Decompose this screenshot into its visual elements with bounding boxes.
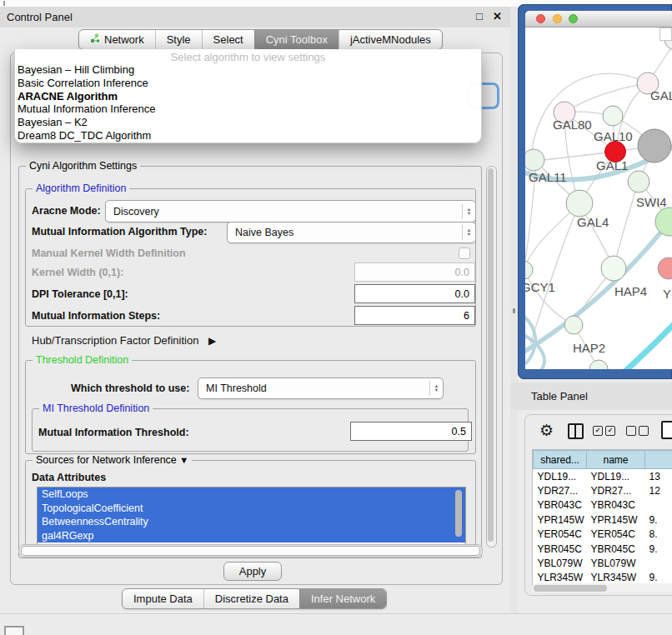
table-cell[interactable]: YER054C (534, 528, 587, 542)
network-node[interactable] (589, 360, 608, 369)
table-cell[interactable]: 9. (645, 542, 672, 556)
zoom-window-icon[interactable] (569, 14, 578, 23)
table-row[interactable]: YDL19...YDL19...13 (534, 469, 672, 484)
table-cell[interactable]: YBR045C (534, 542, 587, 556)
network-node-gal11[interactable] (525, 149, 544, 171)
table-row[interactable]: YDR27...YDR27...12 (534, 483, 672, 498)
document-icon[interactable] (661, 421, 672, 439)
dpi-tolerance-field[interactable]: 0.0 (354, 284, 475, 303)
table-row[interactable]: YBR045CYBR045C9. (534, 542, 672, 556)
table-cell[interactable]: YBL079W (587, 556, 645, 570)
close-panel-icon[interactable]: ✕ (493, 10, 502, 22)
table-cell[interactable]: 9. (645, 512, 672, 527)
attribute-list-item[interactable]: gal4RGexp (38, 529, 465, 543)
dropdown-item[interactable]: ARACNE Algorithm (15, 90, 481, 103)
table-row[interactable]: YER054CYER054C8. (534, 528, 672, 542)
network-node-y[interactable] (658, 258, 672, 279)
dropdown-item[interactable]: Dream8 DC_TDC Algorithm (15, 129, 481, 142)
network-window-titlebar[interactable] (525, 11, 672, 28)
mi-steps-field[interactable]: 6 (354, 306, 475, 325)
float-panel-icon[interactable]: □ (476, 10, 483, 22)
tab-cyni-toolbox[interactable]: Cyni Toolbox (254, 30, 339, 49)
attribute-list-item[interactable]: BetweennessCentrality (38, 515, 465, 529)
attribute-list-item[interactable]: TopologicalCoefficient (38, 502, 465, 516)
table-column-header[interactable]: name (587, 451, 645, 469)
table-cell[interactable]: 8. (645, 528, 672, 542)
table-cell[interactable]: YDL19... (587, 469, 645, 484)
table-cell[interactable]: YPR145W (534, 512, 587, 527)
tab-style[interactable]: Style (155, 30, 202, 49)
network-node-hap4[interactable] (601, 256, 626, 281)
table-hscroll-thumb[interactable] (534, 585, 607, 592)
expand-right-arrow-icon[interactable]: ▶ (208, 335, 216, 347)
aracne-mode-combo[interactable]: Discovery ▲▼ (105, 200, 476, 222)
table-cell[interactable]: YBR043C (587, 498, 645, 512)
unchecked-box-icon[interactable] (639, 426, 649, 436)
checked-box-icon[interactable]: ✓ (605, 426, 615, 436)
canvas-scroll-notch[interactable] (659, 28, 672, 41)
dropdown-item[interactable]: Mutual Information Inference (15, 102, 481, 116)
apply-button[interactable]: Apply (223, 562, 282, 581)
network-node-hap2[interactable] (564, 316, 583, 334)
settings-vscrollbar[interactable] (486, 166, 497, 548)
table-row[interactable]: YBR043CYBR043C (534, 498, 672, 512)
table-cell[interactable]: YBL079W (534, 556, 587, 570)
network-node[interactable] (655, 208, 672, 236)
table-cell[interactable] (645, 498, 672, 512)
dropdown-item[interactable]: Bayesian – K2 (15, 116, 481, 129)
settings-hscroll-thumb[interactable] (21, 546, 480, 556)
table-cell[interactable]: YER054C (587, 528, 645, 542)
table-cell[interactable]: YBR043C (534, 498, 587, 512)
network-node[interactable] (638, 129, 671, 162)
dropdown-item[interactable]: Basic Correlation Inference (15, 77, 481, 90)
table-column-header[interactable] (645, 451, 672, 469)
table-cell[interactable]: YDR27... (534, 483, 587, 498)
network-node-gal10[interactable] (603, 106, 623, 126)
attribute-list-item[interactable]: SelfLoops (38, 488, 465, 502)
table-cell[interactable]: 13 (645, 469, 672, 484)
table-row[interactable]: YBL079WYBL079W (534, 556, 672, 570)
tab-select[interactable]: Select (202, 30, 254, 49)
tab-jactivemnodules[interactable]: jActiveMNodules (339, 30, 442, 49)
table-cell[interactable]: 12 (645, 483, 672, 498)
split-columns-icon[interactable] (568, 423, 584, 439)
data-attributes-list[interactable]: SelfLoopsTopologicalCoefficientBetweenne… (37, 487, 466, 545)
hub-definition-expander[interactable]: Hub/Transcription Factor Definition ▶ (32, 334, 216, 347)
expand-down-arrow-icon[interactable]: ▼ (179, 455, 188, 465)
network-node-swi4[interactable] (628, 171, 649, 192)
which-threshold-combo[interactable]: MI Threshold ▲▼ (198, 378, 444, 399)
checked-box-icon[interactable]: ✓ (593, 426, 603, 436)
mi-threshold-field[interactable]: 0.5 (350, 422, 472, 441)
table-cell[interactable]: YPR145W (587, 512, 645, 527)
attr-list-vscroll-thumb[interactable] (455, 490, 462, 537)
table-cell[interactable] (645, 556, 672, 570)
close-window-icon[interactable] (536, 14, 545, 23)
threshold-definition-title: Threshold Definition (33, 354, 132, 366)
tab-infer-network[interactable]: Infer Network (299, 589, 386, 608)
network-node-gal4[interactable] (566, 190, 593, 217)
table-column-header[interactable]: shared... (534, 451, 587, 469)
tab-discretize-data[interactable]: Discretize Data (203, 589, 299, 608)
table-cell[interactable]: YBR045C (587, 542, 645, 556)
network-canvas[interactable]: GALGAL80GAL10GAL1GAL11SWI4GAL4GCY1HAP4YH… (525, 28, 672, 369)
dropdown-item[interactable]: Bayesian – Hill Climbing (15, 63, 481, 77)
table-row[interactable]: YPR145WYPR145W9. (534, 512, 672, 527)
table-hscrollbar[interactable] (532, 583, 672, 592)
mi-type-combo[interactable]: Naive Bayes ▲▼ (227, 222, 476, 243)
gear-icon[interactable]: ⚙ (539, 421, 554, 440)
table-cell[interactable]: YDR27... (587, 483, 645, 498)
node-table[interactable]: shared...name YDL19...YDL19...13YDR27...… (533, 450, 672, 586)
minimize-window-icon[interactable] (553, 14, 562, 23)
gutter-drag-handle[interactable] (513, 308, 515, 313)
unchecked-box-icon[interactable] (626, 426, 636, 436)
bottom-left-icon[interactable] (4, 626, 24, 635)
settings-vscroll-thumb[interactable] (488, 168, 494, 542)
kernel-width-field[interactable]: 0.0 (354, 262, 475, 282)
tab-impute-data[interactable]: Impute Data (123, 589, 203, 608)
manual-kernel-checkbox[interactable] (459, 248, 470, 259)
table-cell[interactable]: YDL19... (534, 469, 587, 484)
node-label-gal4: GAL4 (577, 215, 609, 229)
settings-hscrollbar[interactable] (18, 544, 483, 558)
tab-network[interactable]: Network (79, 30, 155, 49)
network-node-gcy1[interactable] (525, 261, 533, 279)
